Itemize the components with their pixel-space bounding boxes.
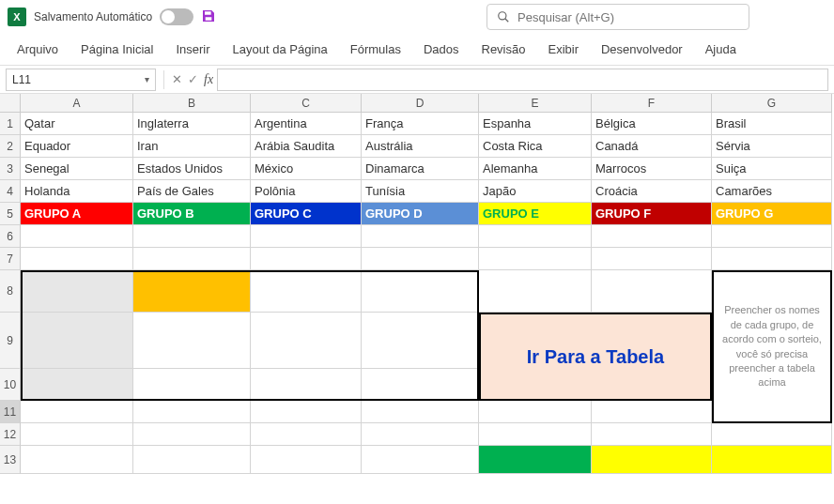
- row-header[interactable]: 4: [0, 180, 21, 203]
- cell[interactable]: [592, 225, 712, 248]
- search-input[interactable]: [517, 10, 739, 24]
- cell[interactable]: [133, 401, 251, 423]
- name-box[interactable]: L11 ▾: [6, 69, 156, 91]
- cell[interactable]: [712, 248, 832, 270]
- cell[interactable]: Bélgica: [592, 113, 712, 135]
- cell[interactable]: [362, 225, 479, 248]
- cell[interactable]: Dinamarca: [362, 158, 479, 180]
- cell[interactable]: [251, 313, 362, 369]
- cell[interactable]: [592, 248, 712, 270]
- ribbon-tab-fórmulas[interactable]: Fórmulas: [339, 37, 412, 62]
- formula-bar[interactable]: [217, 69, 828, 91]
- cell[interactable]: [251, 369, 362, 401]
- cell[interactable]: GRUPO B: [133, 203, 251, 225]
- cell[interactable]: Polônia: [251, 180, 362, 203]
- cell[interactable]: GRUPO E: [479, 203, 592, 225]
- cell[interactable]: [21, 423, 133, 446]
- cell[interactable]: [592, 423, 712, 446]
- cell[interactable]: [21, 270, 133, 313]
- cell[interactable]: Iran: [133, 135, 251, 158]
- cell[interactable]: [592, 446, 712, 474]
- chevron-down-icon[interactable]: ▾: [145, 74, 149, 84]
- column-header[interactable]: F: [592, 94, 712, 113]
- select-all-corner[interactable]: [0, 94, 21, 113]
- column-header[interactable]: B: [133, 94, 251, 113]
- ribbon-tab-ajuda[interactable]: Ajuda: [694, 37, 748, 62]
- cell[interactable]: [362, 423, 479, 446]
- go-to-table-button[interactable]: Ir Para a Tabela: [479, 313, 712, 401]
- cell[interactable]: [712, 225, 832, 248]
- cell[interactable]: [592, 401, 712, 423]
- cell[interactable]: [21, 446, 133, 474]
- cell[interactable]: Holanda: [21, 180, 133, 203]
- cell[interactable]: Suiça: [712, 158, 832, 180]
- cell[interactable]: Brasil: [712, 113, 832, 135]
- cell[interactable]: [479, 401, 592, 423]
- cell[interactable]: Tunísia: [362, 180, 479, 203]
- cell[interactable]: Croácia: [592, 180, 712, 203]
- cell[interactable]: GRUPO G: [712, 203, 832, 225]
- cell[interactable]: Espanha: [479, 113, 592, 135]
- cell[interactable]: Senegal: [21, 158, 133, 180]
- ribbon-tab-dados[interactable]: Dados: [412, 37, 471, 62]
- cell[interactable]: [362, 369, 479, 401]
- autosave-toggle[interactable]: [160, 8, 193, 25]
- cell[interactable]: GRUPO A: [21, 203, 133, 225]
- cell[interactable]: [21, 225, 133, 248]
- cell[interactable]: [133, 313, 251, 369]
- ribbon-tab-layout-da-página[interactable]: Layout da Página: [222, 37, 339, 62]
- cell[interactable]: França: [362, 113, 479, 135]
- cell[interactable]: [479, 248, 592, 270]
- column-header[interactable]: A: [21, 94, 133, 113]
- cell[interactable]: Canadá: [592, 135, 712, 158]
- ribbon-tab-desenvolvedor[interactable]: Desenvolvedor: [590, 37, 694, 62]
- cell[interactable]: [251, 446, 362, 474]
- cell[interactable]: [592, 270, 712, 313]
- fx-icon[interactable]: fx: [204, 72, 213, 87]
- cell[interactable]: [712, 423, 832, 446]
- cell[interactable]: [21, 248, 133, 270]
- cell[interactable]: [362, 401, 479, 423]
- column-header[interactable]: G: [712, 94, 832, 113]
- cell[interactable]: [251, 225, 362, 248]
- cell[interactable]: [251, 248, 362, 270]
- row-header[interactable]: 7: [0, 248, 21, 270]
- row-header[interactable]: 13: [0, 446, 21, 474]
- cell[interactable]: [479, 225, 592, 248]
- cell[interactable]: Japão: [479, 180, 592, 203]
- cell[interactable]: Inglaterra: [133, 113, 251, 135]
- row-header[interactable]: 5: [0, 203, 21, 225]
- cell[interactable]: Marrocos: [592, 158, 712, 180]
- cell[interactable]: [362, 446, 479, 474]
- cell[interactable]: [362, 313, 479, 369]
- cell[interactable]: [479, 446, 592, 474]
- cell[interactable]: GRUPO D: [362, 203, 479, 225]
- spreadsheet-grid[interactable]: ABCDEFG 12345678910111213 QatarInglaterr…: [0, 94, 834, 504]
- row-header[interactable]: 12: [0, 423, 21, 446]
- cell[interactable]: País de Gales: [133, 180, 251, 203]
- cell[interactable]: [133, 423, 251, 446]
- row-header[interactable]: 2: [0, 135, 21, 158]
- cell[interactable]: Estados Unidos: [133, 158, 251, 180]
- row-header[interactable]: 11: [0, 401, 21, 423]
- column-header[interactable]: D: [362, 94, 479, 113]
- row-header[interactable]: 6: [0, 225, 21, 248]
- column-header[interactable]: E: [479, 94, 592, 113]
- row-header[interactable]: 1: [0, 113, 21, 135]
- cell[interactable]: [251, 401, 362, 423]
- cell[interactable]: [133, 270, 251, 313]
- cell[interactable]: [712, 446, 832, 474]
- cell[interactable]: Arábia Saudita: [251, 135, 362, 158]
- search-box[interactable]: [486, 4, 749, 30]
- cell[interactable]: GRUPO F: [592, 203, 712, 225]
- cell[interactable]: Argentina: [251, 113, 362, 135]
- cell[interactable]: [133, 225, 251, 248]
- cell[interactable]: GRUPO C: [251, 203, 362, 225]
- cell[interactable]: [21, 401, 133, 423]
- cell[interactable]: [251, 423, 362, 446]
- row-header[interactable]: 9: [0, 313, 21, 369]
- cell[interactable]: [479, 423, 592, 446]
- ribbon-tab-arquivo[interactable]: Arquivo: [6, 37, 70, 62]
- cell[interactable]: Costa Rica: [479, 135, 592, 158]
- ribbon-tab-revisão[interactable]: Revisão: [471, 37, 537, 62]
